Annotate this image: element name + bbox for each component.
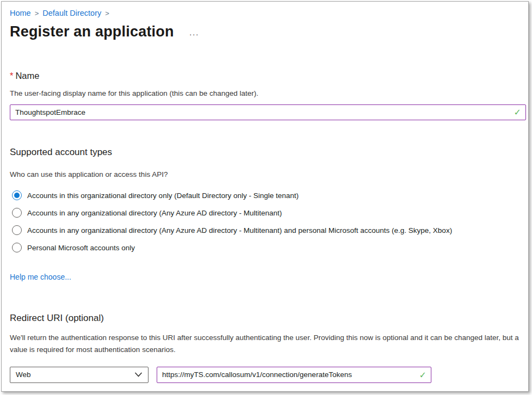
radio-button-icon[interactable] <box>12 208 22 218</box>
more-options-button[interactable]: ··· <box>189 29 199 39</box>
chevron-down-icon <box>134 372 143 377</box>
name-field-description: The user-facing display name for this ap… <box>10 89 521 97</box>
breadcrumb-separator-icon: > <box>105 9 109 17</box>
account-type-radio-group: Accounts in this organizational director… <box>10 187 521 256</box>
redirect-uri-description: We'll return the authentication response… <box>10 332 521 356</box>
radio-label: Accounts in this organizational director… <box>27 192 299 200</box>
required-asterisk: * <box>10 71 13 81</box>
radio-label: Accounts in any organizational directory… <box>27 209 282 217</box>
redirect-uri-input[interactable] <box>157 367 431 383</box>
account-types-question: Who can use this application or access t… <box>10 170 521 178</box>
radio-button-icon[interactable] <box>12 190 22 200</box>
radio-multitenant[interactable]: Accounts in any organizational directory… <box>10 204 521 221</box>
breadcrumb-separator-icon: > <box>35 9 39 17</box>
radio-label: Personal Microsoft accounts only <box>27 244 135 252</box>
register-application-page: Home > Default Directory > Register an a… <box>1 1 529 392</box>
name-input-wrapper: ✓ <box>10 104 526 120</box>
supported-account-types-heading: Supported account types <box>10 147 521 158</box>
radio-label: Accounts in any organizational directory… <box>27 226 452 234</box>
redirect-uri-controls: Web ✓ <box>10 367 521 383</box>
radio-single-tenant[interactable]: Accounts in this organizational director… <box>10 187 521 204</box>
name-input[interactable] <box>10 104 526 120</box>
radio-button-icon[interactable] <box>12 225 22 235</box>
breadcrumb: Home > Default Directory > <box>10 9 521 17</box>
title-row: Register an application ··· <box>10 23 521 40</box>
redirect-uri-heading: Redirect URI (optional) <box>10 313 521 324</box>
name-field-label: *Name <box>10 71 521 81</box>
help-me-choose-link[interactable]: Help me choose... <box>10 273 71 281</box>
page-title: Register an application <box>10 23 174 40</box>
breadcrumb-home-link[interactable]: Home <box>10 9 31 17</box>
radio-button-icon[interactable] <box>12 243 22 252</box>
name-label-text: Name <box>15 71 39 81</box>
radio-multitenant-personal[interactable]: Accounts in any organizational directory… <box>10 221 521 239</box>
radio-personal-only[interactable]: Personal Microsoft accounts only <box>10 239 521 256</box>
platform-select-dropdown[interactable]: Web <box>10 367 149 383</box>
uri-input-wrapper: ✓ <box>157 367 431 383</box>
platform-selected-value: Web <box>16 371 31 379</box>
breadcrumb-default-directory-link[interactable]: Default Directory <box>42 9 101 17</box>
